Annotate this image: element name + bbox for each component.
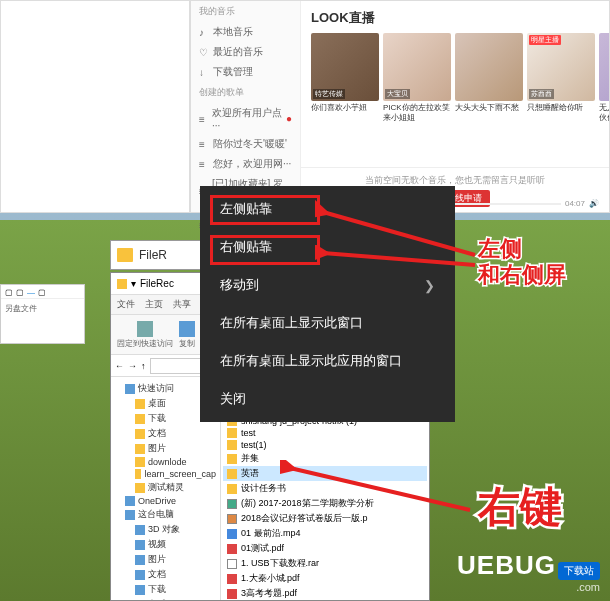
pin-button[interactable]: 固定到快速访问 [117,321,173,349]
sidebar-section-label: 创建的歌单 [191,82,300,103]
music-app-window: 我的音乐 ♪本地音乐 ♡最近的音乐 ↓下载管理 创建的歌单 ≡欢迎所有用户点··… [190,0,610,213]
rar-icon [227,559,237,569]
ctx-snap-left[interactable]: 左侧贴靠 [200,190,455,228]
sidebar-item[interactable]: ≡您好，欢迎用网··· [191,154,300,174]
copy-icon [179,321,195,337]
tree-item[interactable]: 文档 [113,426,218,441]
tree-item[interactable]: 图片 [113,552,218,567]
tree-item[interactable]: learn_screen_cap [113,468,218,480]
file-row[interactable]: (新) 2017-2018第二学期教学分析 [223,496,427,511]
ctx-move-to[interactable]: 移动到❯ [200,266,455,304]
copy-button[interactable]: 复制 [179,321,195,349]
watermark-text: UEBUG [457,550,556,581]
folder-icon [227,454,237,464]
file-row[interactable]: 01测试.pdf [223,541,427,556]
sidebar-item[interactable]: ≡陪你过冬天'暖暖' [191,134,300,154]
excel-icon [227,499,237,509]
music-main: LOOK直播 特艺传媒你们喜欢小芋妞 大宝贝PICK你的左拉欢笑来小姐姐 大头大… [301,1,609,212]
live-card[interactable]: 大头大头下雨不愁 [455,33,523,123]
forward-icon[interactable]: → [128,361,137,371]
tree-item[interactable]: 下载 [113,582,218,597]
music-icon: ♪ [199,27,209,37]
back-icon[interactable]: ← [115,361,124,371]
folder-icon [135,414,145,424]
annotation-text: 右键 [478,494,562,520]
icon: ▢ [5,288,13,296]
tab-file[interactable]: 文件 [117,298,135,311]
folder-icon [227,428,237,438]
icon: ▢ [38,288,46,296]
pdf-icon [227,589,237,599]
tree-onedrive[interactable]: OneDrive [113,495,218,507]
tree-item[interactable]: 测试精灵 [113,480,218,495]
doc-icon [135,570,145,580]
sidebar-item[interactable]: ↓下载管理 [191,62,300,82]
tree-item[interactable]: downlode [113,456,218,468]
tab-home[interactable]: 主页 [145,298,163,311]
folder-icon [135,444,145,454]
pc-icon [125,510,135,520]
small-win-body: 另盘文件 [1,299,84,318]
file-row[interactable]: 并集 [223,451,427,466]
heart-icon: ♡ [199,47,209,57]
annotation-text: 左侧 和右侧屏 [478,236,566,288]
file-row[interactable]: 2018会议记好答试卷版后一版.p [223,511,427,526]
live-cards: 特艺传媒你们喜欢小芋妞 大宝贝PICK你的左拉欢笑来小姐姐 大头大头下雨不愁 明… [311,33,599,123]
volume-icon[interactable]: 🔊 [589,199,599,208]
file-row[interactable]: test [223,427,427,439]
ppt-icon [227,514,237,524]
watermark-badge: 下载站 [558,562,600,580]
sidebar-section-label: 我的音乐 [191,1,300,22]
tree-item[interactable]: 文档 [113,567,218,582]
file-row[interactable]: 01 最前沿.mp4 [223,526,427,541]
folder-icon [227,484,237,494]
small-win-titlebar: ▢ ▢ — ▢ [1,285,84,299]
list-icon: ≡ [199,114,208,124]
live-card[interactable]: 大宝贝PICK你的左拉欢笑来小姐姐 [383,33,451,123]
list-icon: ≡ [199,159,209,169]
pin-icon [137,321,153,337]
file-row[interactable]: 设计任务书 [223,481,427,496]
download-icon: ↓ [199,67,209,77]
folder-icon [135,469,141,479]
ctx-show-app-all-desktops[interactable]: 在所有桌面上显示此应用的窗口 [200,342,455,380]
tree-item[interactable]: 图片 [113,441,218,456]
sidebar-item[interactable]: ♪本地音乐 [191,22,300,42]
tree-item[interactable]: 3D 对象 [113,522,218,537]
tree-item[interactable]: 视频 [113,537,218,552]
file-row[interactable]: 1.大秦小城.pdf [223,571,427,586]
file-row[interactable]: 3高考考题.pdf [223,586,427,600]
tree-item[interactable]: 音乐 [113,597,218,600]
watermark: UEBUG 下载站 .com [457,550,600,593]
file-row-selected[interactable]: 英语 [223,466,427,481]
sidebar-item[interactable]: ♡最近的音乐 [191,42,300,62]
watermark-com: .com [576,581,600,593]
up-icon[interactable]: ↑ [141,361,146,371]
small-window: ▢ ▢ — ▢ 另盘文件 [0,284,85,344]
chevron-right-icon: ❯ [424,278,435,293]
music-icon [135,600,145,601]
live-card[interactable]: 明星主播苏西西只想睡醒给你听 [527,33,595,123]
folder-icon [135,457,145,467]
cloud-icon [125,496,135,506]
ctx-show-all-desktops[interactable]: 在所有桌面上显示此窗口 [200,304,455,342]
folder-icon [135,399,145,409]
folder-icon [227,440,237,450]
folder-icon [117,279,127,289]
file-row[interactable]: test(1) [223,439,427,451]
folder-icon [117,248,133,262]
context-menu: 左侧贴靠 右侧贴靠 移动到❯ 在所有桌面上显示此窗口 在所有桌面上显示此应用的窗… [200,186,455,422]
tab-share[interactable]: 共享 [173,298,191,311]
file-row[interactable]: 1. USB下载数程.rar [223,556,427,571]
live-card[interactable]: 特艺传媒你们喜欢小芋妞 [311,33,379,123]
ctx-snap-right[interactable]: 右侧贴靠 [200,228,455,266]
music-sidebar: 我的音乐 ♪本地音乐 ♡最近的音乐 ↓下载管理 创建的歌单 ≡欢迎所有用户点··… [191,1,301,212]
ctx-close[interactable]: 关闭 [200,380,455,418]
video-icon [135,540,145,550]
tree-thispc[interactable]: 这台电脑 [113,507,218,522]
live-card[interactable]: 无人值班匿名的小伙伴— [599,33,609,123]
folder-icon [135,483,145,493]
sidebar-item[interactable]: ≡欢迎所有用户点···● [191,103,300,134]
pdf-icon [227,544,237,554]
blank-window [0,0,190,213]
